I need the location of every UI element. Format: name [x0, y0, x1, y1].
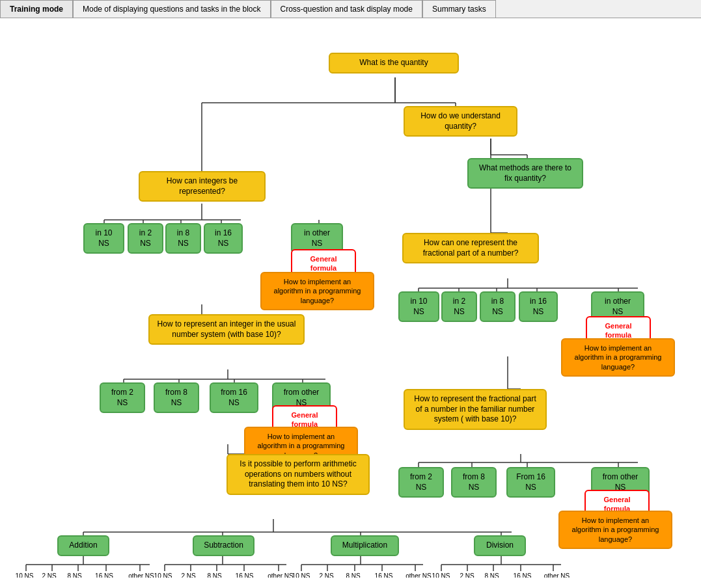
mul-2ns: 2 NS: [315, 572, 338, 578]
node-q3-in8[interactable]: in 8 NS: [165, 223, 201, 254]
node-q5-in16[interactable]: in 16 NS: [519, 291, 558, 322]
node-q7[interactable]: How to represent the fractional part of …: [404, 389, 547, 430]
sub-2ns: 2 NS: [177, 572, 200, 578]
node-q5[interactable]: How can one represent the fractional par…: [402, 233, 539, 263]
node-q5-in2[interactable]: in 2 NS: [441, 291, 477, 322]
mind-map-canvas: What is the quantity How do we understan…: [0, 18, 701, 578]
node-q3[interactable]: How can integers be represented?: [139, 171, 266, 202]
node-q6[interactable]: How to represent an integer in the usual…: [148, 314, 305, 345]
node-q5-in10[interactable]: in 10 NS: [398, 291, 439, 322]
node-q7-from16[interactable]: From 16 NS: [506, 467, 555, 498]
node-q3-in2[interactable]: in 2 NS: [128, 223, 163, 254]
node-q8[interactable]: Is it possible to perform arithmetic ope…: [227, 454, 370, 495]
node-q7-from2[interactable]: from 2 NS: [398, 467, 444, 498]
add-16ns: 16 NS: [91, 572, 117, 578]
tabs-bar: Training mode Mode of displaying questio…: [0, 0, 701, 18]
node-q6-from8[interactable]: from 8 NS: [154, 382, 199, 413]
node-q7-impl[interactable]: How to implement an algorithm in a progr…: [558, 511, 672, 549]
node-q6-from16[interactable]: from 16 NS: [210, 382, 258, 413]
node-q7-from8[interactable]: from 8 NS: [451, 467, 497, 498]
add-8ns: 8 NS: [63, 572, 86, 578]
root-node[interactable]: What is the quantity: [329, 53, 459, 74]
node-q3-in10[interactable]: in 10 NS: [83, 223, 124, 254]
tab-display-mode[interactable]: Mode of displaying questions and tasks i…: [73, 0, 271, 18]
div-otherns: other NS: [539, 572, 575, 578]
div-16ns: 16 NS: [508, 572, 537, 578]
div-2ns: 2 NS: [456, 572, 478, 578]
node-q3-in16[interactable]: in 16 NS: [204, 223, 243, 254]
node-q5-in8[interactable]: in 8 NS: [480, 291, 515, 322]
div-8ns: 8 NS: [480, 572, 503, 578]
add-10ns: 10 NS: [10, 572, 39, 578]
tab-cross-mode[interactable]: Cross-question and task display mode: [271, 0, 422, 18]
add-2ns: 2 NS: [38, 572, 61, 578]
node-division[interactable]: Division: [474, 535, 526, 556]
mul-8ns: 8 NS: [342, 572, 364, 578]
node-q2[interactable]: What methods are there to fix quantity?: [467, 158, 583, 189]
node-multiplication[interactable]: Multiplication: [331, 535, 399, 556]
tab-summary[interactable]: Summary tasks: [422, 0, 496, 18]
mul-16ns: 16 NS: [369, 572, 398, 578]
sub-16ns: 16 NS: [230, 572, 259, 578]
node-q5-impl[interactable]: How to implement an algorithm in a progr…: [561, 338, 675, 377]
div-10ns: 10 NS: [426, 572, 456, 578]
mul-10ns: 10 NS: [286, 572, 316, 578]
node-q1[interactable]: How do we understand quantity?: [404, 106, 517, 137]
node-addition[interactable]: Addition: [57, 535, 109, 556]
node-q3-impl[interactable]: How to implement an algorithm in a progr…: [260, 272, 374, 310]
tab-training-mode[interactable]: Training mode: [0, 0, 73, 18]
node-subtraction[interactable]: Subtraction: [193, 535, 254, 556]
node-q6-from2[interactable]: from 2 NS: [100, 382, 145, 413]
sub-10ns: 10 NS: [148, 572, 178, 578]
sub-8ns: 8 NS: [203, 572, 226, 578]
